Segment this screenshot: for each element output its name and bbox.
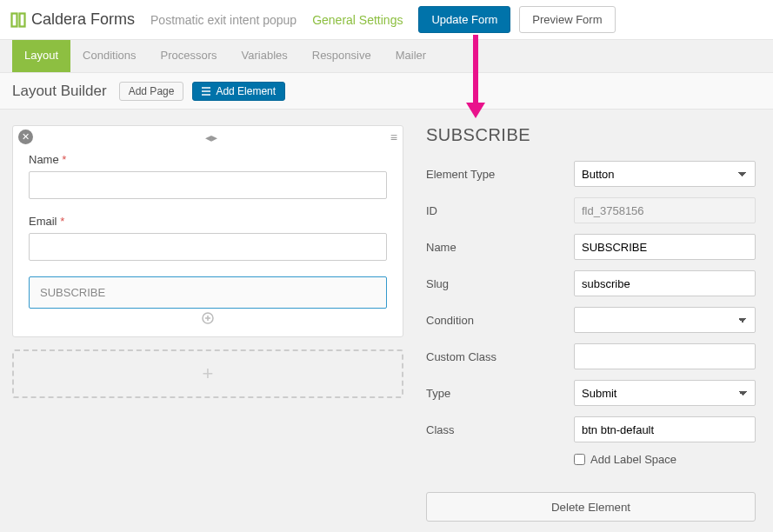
tab-conditions[interactable]: Conditions xyxy=(70,40,148,72)
tab-layout[interactable]: Layout xyxy=(12,40,70,72)
layout-builder-title: Layout Builder xyxy=(12,83,107,100)
add-element-button[interactable]: Add Element xyxy=(192,82,285,101)
prop-id: ID xyxy=(426,197,756,223)
slug-input[interactable] xyxy=(574,270,756,296)
prop-custom-class: Custom Class xyxy=(426,343,756,369)
type-select[interactable]: Submit xyxy=(574,380,756,406)
update-form-button[interactable]: Update Form xyxy=(418,6,510,33)
add-element-label: Add Element xyxy=(216,85,276,97)
svg-rect-0 xyxy=(12,13,17,26)
preview-form-button[interactable]: Preview Form xyxy=(519,6,615,33)
brand-logo: Caldera Forms xyxy=(10,10,135,29)
resize-handle-icon[interactable]: ◂▸ xyxy=(205,130,217,144)
tab-variables[interactable]: Variables xyxy=(230,40,300,72)
block-handles: ✕ ◂▸ ≡ xyxy=(18,130,397,144)
add-page-button[interactable]: Add Page xyxy=(119,82,184,101)
prop-type: Type Submit xyxy=(426,380,756,406)
add-row-below[interactable] xyxy=(29,312,387,324)
breadcrumb-form-name[interactable]: Postmatic exit intent popup xyxy=(150,13,297,27)
class-input[interactable] xyxy=(574,416,756,442)
main-area: ✕ ◂▸ ≡ Name * Email * SUBSCRIBE + SUBSCR… xyxy=(0,110,773,532)
name-input[interactable] xyxy=(29,171,387,199)
id-input xyxy=(574,197,756,223)
panel-title: SUBSCRIBE xyxy=(426,125,756,145)
plus-icon: + xyxy=(203,362,214,385)
canvas-column: ✕ ◂▸ ≡ Name * Email * SUBSCRIBE + xyxy=(12,125,403,522)
canvas-field-email[interactable]: Email * xyxy=(29,215,387,261)
prop-condition: Condition xyxy=(426,307,756,333)
canvas-field-subscribe[interactable]: SUBSCRIBE xyxy=(29,276,387,309)
prop-class: Class xyxy=(426,416,756,442)
element-type-select[interactable]: Button xyxy=(574,161,756,187)
add-label-space-label: Add Label Space xyxy=(590,453,676,466)
form-canvas-block[interactable]: ✕ ◂▸ ≡ Name * Email * SUBSCRIBE xyxy=(12,125,403,337)
brand-name: Caldera Forms xyxy=(31,10,135,29)
tab-responsive[interactable]: Responsive xyxy=(300,40,383,72)
menu-icon xyxy=(202,87,210,96)
prop-slug: Slug xyxy=(426,270,756,296)
svg-rect-1 xyxy=(20,13,25,26)
tab-processors[interactable]: Processors xyxy=(148,40,229,72)
email-input[interactable] xyxy=(29,233,387,261)
caldera-logo-icon xyxy=(10,12,26,28)
general-settings-link[interactable]: General Settings xyxy=(312,13,403,27)
prop-name: Name xyxy=(426,234,756,260)
properties-panel: SUBSCRIBE Element Type Button ID Name Sl… xyxy=(426,125,761,522)
custom-class-input[interactable] xyxy=(574,343,756,369)
dropzone[interactable]: + xyxy=(12,349,403,398)
add-label-space-checkbox[interactable] xyxy=(574,454,585,465)
prop-add-label-space: Add Label Space xyxy=(426,453,756,466)
top-bar: Caldera Forms Postmatic exit intent popu… xyxy=(0,0,773,40)
required-marker: * xyxy=(60,215,64,228)
condition-select[interactable] xyxy=(574,307,756,333)
required-marker: * xyxy=(62,153,66,166)
plus-icon xyxy=(202,312,214,324)
menu-handle-icon[interactable]: ≡ xyxy=(390,130,397,144)
close-icon[interactable]: ✕ xyxy=(18,130,33,144)
canvas-field-name[interactable]: Name * xyxy=(29,153,387,199)
delete-element-button[interactable]: Delete Element xyxy=(426,492,756,522)
main-tabs: Layout Conditions Processors Variables R… xyxy=(0,40,773,73)
field-label: Email * xyxy=(29,215,387,228)
tab-mailer[interactable]: Mailer xyxy=(383,40,438,72)
prop-element-type: Element Type Button xyxy=(426,161,756,187)
layout-toolbar: Layout Builder Add Page Add Element xyxy=(0,73,773,110)
field-label: Name * xyxy=(29,153,387,166)
name-property-input[interactable] xyxy=(574,234,756,260)
